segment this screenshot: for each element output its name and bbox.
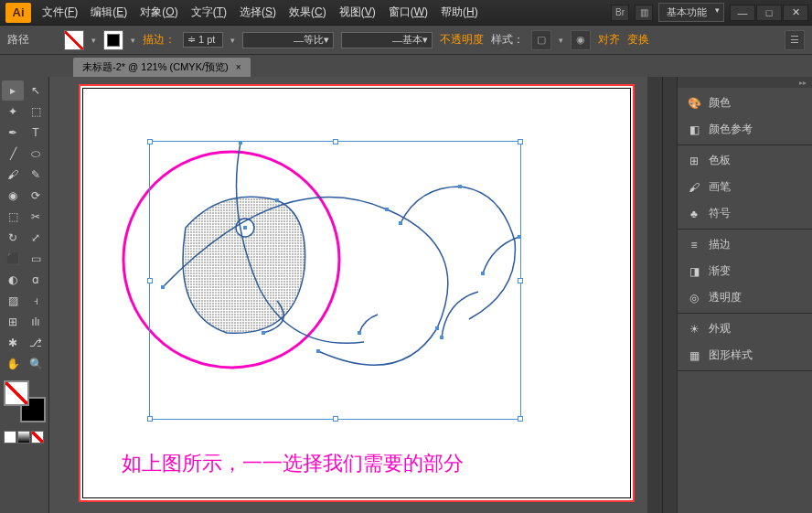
panel-brushes[interactable]: 🖌画笔 bbox=[678, 174, 812, 200]
panel-stroke[interactable]: ≡描边 bbox=[678, 231, 812, 258]
menu-view[interactable]: 视图(V) bbox=[334, 1, 381, 24]
rotate-tool[interactable]: ⬚ bbox=[2, 207, 24, 227]
panel-menu-button[interactable]: ☰ bbox=[785, 30, 805, 50]
fill-stroke-indicator[interactable] bbox=[4, 380, 46, 422]
opacity-label[interactable]: 不透明度 bbox=[440, 32, 484, 48]
zoom-tool[interactable]: 🔍 bbox=[25, 354, 47, 374]
menu-window[interactable]: 窗口(W) bbox=[383, 1, 433, 24]
panels-column: ▸▸ 🎨颜色 ◧颜色参考 ⊞色板 🖌画笔 ♣符号 ≡描边 ◨渐变 ◎透明度 ☀外… bbox=[677, 77, 812, 513]
panel-color-guide[interactable]: ◧颜色参考 bbox=[678, 116, 812, 143]
handle-ne[interactable] bbox=[518, 139, 523, 144]
stroke-icon: ≡ bbox=[687, 238, 701, 252]
align-label[interactable]: 对齐 bbox=[598, 32, 620, 48]
direct-selection-tool[interactable]: ↖ bbox=[25, 80, 47, 101]
stroke-label[interactable]: 描边： bbox=[143, 32, 176, 48]
panel-color[interactable]: 🎨颜色 bbox=[678, 90, 812, 116]
swatches-icon: ⊞ bbox=[687, 154, 701, 168]
mesh-tool[interactable]: ◐ bbox=[2, 270, 24, 290]
artboard-tool[interactable]: ✱ bbox=[2, 333, 24, 353]
close-button[interactable]: ✕ bbox=[783, 5, 808, 21]
hand-tool[interactable]: ✋ bbox=[2, 354, 24, 374]
handle-w[interactable] bbox=[147, 278, 153, 283]
recolor-button[interactable]: ◉ bbox=[571, 30, 591, 50]
maximize-button[interactable]: □ bbox=[756, 5, 782, 21]
handle-sw[interactable] bbox=[147, 416, 153, 422]
handle-se[interactable] bbox=[518, 416, 523, 422]
profile-select[interactable]: — 等比 ▾ bbox=[242, 32, 334, 48]
tab-bar: 未标题-2* @ 121% (CMYK/预览) × bbox=[0, 55, 812, 77]
menu-help[interactable]: 帮助(H) bbox=[435, 1, 484, 24]
context-label: 路径 bbox=[7, 32, 29, 48]
panel-appearance[interactable]: ☀外观 bbox=[678, 315, 812, 342]
shape-tool[interactable]: ⬭ bbox=[25, 144, 47, 164]
pen-tool[interactable]: ✒ bbox=[2, 123, 24, 143]
free-transform-tool[interactable]: ⤢ bbox=[25, 228, 47, 248]
menu-select[interactable]: 选择(S) bbox=[234, 1, 282, 24]
vertical-scrollbar[interactable] bbox=[647, 77, 662, 513]
none-mode[interactable] bbox=[31, 431, 44, 444]
eraser-tool[interactable]: ⟳ bbox=[25, 186, 47, 206]
selection-tool[interactable]: ▸ bbox=[2, 80, 24, 101]
blend-tool[interactable]: ⫞ bbox=[25, 291, 47, 311]
menu-edit[interactable]: 编辑(E) bbox=[85, 1, 133, 24]
slice-tool[interactable]: ⎇ bbox=[25, 333, 47, 353]
selection-bounds[interactable] bbox=[149, 141, 521, 420]
handle-nw[interactable] bbox=[147, 139, 153, 144]
lasso-tool[interactable]: ⬚ bbox=[25, 102, 47, 122]
width-tool[interactable]: ↻ bbox=[2, 228, 24, 248]
control-bar: 路径 ▾ ▾ 描边： ≑ 1 pt ▾ — 等比 ▾ — 基本 ▾ 不透明度 样… bbox=[0, 26, 812, 55]
symbol-tool[interactable]: ⊞ bbox=[2, 312, 24, 332]
eyedropper-tool[interactable]: ▨ bbox=[2, 291, 24, 311]
magic-wand-tool[interactable]: ✦ bbox=[2, 102, 24, 122]
panel-transparency[interactable]: ◎透明度 bbox=[678, 284, 812, 311]
panel-dock-strip[interactable] bbox=[662, 77, 677, 513]
fill-chevron-icon[interactable]: ▾ bbox=[91, 36, 96, 45]
tab-close-icon[interactable]: × bbox=[236, 62, 241, 72]
style-swatch[interactable]: ▢ bbox=[531, 30, 551, 50]
artboard[interactable]: 如上图所示，一一选择我们需要的部分 bbox=[79, 84, 635, 502]
stroke-swatch[interactable] bbox=[103, 30, 123, 50]
panel-swatches[interactable]: ⊞色板 bbox=[678, 147, 812, 174]
fill-swatch[interactable] bbox=[64, 30, 84, 50]
document-tab[interactable]: 未标题-2* @ 121% (CMYK/预览) × bbox=[73, 58, 251, 77]
panel-graphic-styles[interactable]: ▦图形样式 bbox=[678, 342, 812, 369]
workspace-switcher[interactable]: 基本功能 bbox=[658, 3, 724, 22]
handle-e[interactable] bbox=[518, 278, 523, 283]
gradient-mode[interactable] bbox=[17, 431, 30, 444]
bridge-icon[interactable]: Br bbox=[611, 5, 629, 21]
handle-n[interactable] bbox=[333, 139, 338, 144]
perspective-tool[interactable]: ▭ bbox=[25, 249, 47, 269]
annotation-text: 如上图所示，一一选择我们需要的部分 bbox=[122, 450, 464, 477]
blob-brush-tool[interactable]: ◉ bbox=[2, 186, 24, 206]
transparency-icon: ◎ bbox=[687, 291, 701, 305]
type-tool[interactable]: T bbox=[25, 123, 47, 143]
menu-effect[interactable]: 效果(C) bbox=[283, 1, 332, 24]
pencil-tool[interactable]: ✎ bbox=[25, 165, 47, 185]
fill-color-icon[interactable] bbox=[4, 380, 29, 406]
panel-collapse-button[interactable]: ▸▸ bbox=[678, 77, 812, 88]
panel-gradient[interactable]: ◨渐变 bbox=[678, 258, 812, 284]
menu-object[interactable]: 对象(O) bbox=[134, 1, 183, 24]
graph-tool[interactable]: ılı bbox=[25, 312, 47, 332]
arrange-icon[interactable]: ▥ bbox=[635, 5, 653, 21]
menu-file[interactable]: 文件(F) bbox=[37, 1, 83, 24]
line-tool[interactable]: ╱ bbox=[2, 144, 24, 164]
brush-select[interactable]: — 基本 ▾ bbox=[341, 32, 433, 48]
scale-tool[interactable]: ✂ bbox=[25, 207, 47, 227]
transform-label[interactable]: 变换 bbox=[627, 32, 649, 48]
weight-chevron-icon[interactable]: ▾ bbox=[230, 36, 235, 45]
stroke-chevron-icon[interactable]: ▾ bbox=[131, 36, 135, 45]
panel-symbols[interactable]: ♣符号 bbox=[678, 200, 812, 227]
handle-s[interactable] bbox=[333, 416, 338, 422]
style-chevron-icon[interactable]: ▾ bbox=[559, 36, 563, 45]
color-mode[interactable] bbox=[4, 431, 16, 444]
style-label: 样式： bbox=[491, 32, 524, 48]
tab-title: 未标题-2* @ 121% (CMYK/预览) bbox=[82, 60, 229, 74]
gradient-tool[interactable]: ɑ bbox=[25, 270, 47, 290]
menu-type[interactable]: 文字(T) bbox=[186, 1, 232, 24]
minimize-button[interactable]: — bbox=[730, 5, 755, 21]
stroke-weight-input[interactable]: ≑ 1 pt bbox=[183, 32, 223, 48]
brush-tool[interactable]: 🖌 bbox=[2, 165, 24, 185]
canvas-area[interactable]: 如上图所示，一一选择我们需要的部分 bbox=[49, 77, 662, 513]
shape-builder-tool[interactable]: ⬛ bbox=[2, 249, 24, 269]
